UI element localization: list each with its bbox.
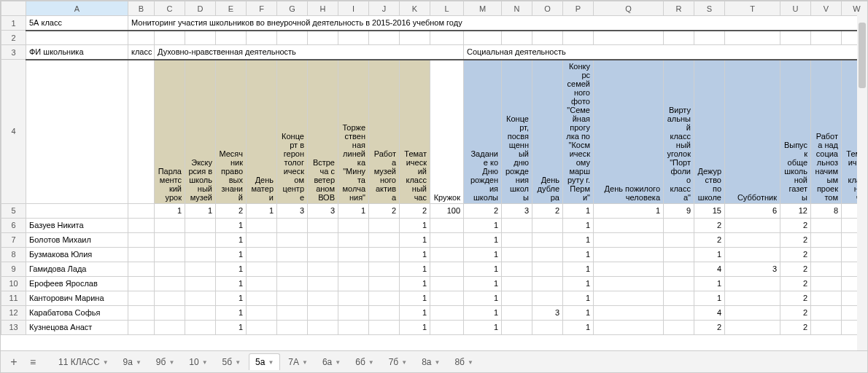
row-header-4[interactable]: 4 bbox=[1, 60, 26, 204]
student-name-11[interactable]: Канторович Марина bbox=[26, 291, 128, 305]
cell-N2[interactable] bbox=[502, 31, 532, 45]
cell-r12-c14[interactable]: 1 bbox=[563, 305, 594, 320]
cell-r9-c19[interactable]: 2 bbox=[780, 262, 811, 276]
cell-r11-c15[interactable] bbox=[594, 291, 664, 305]
activity-header-19[interactable]: Работа над социальнозначимым проектом bbox=[811, 60, 842, 204]
group-header-spiritual[interactable]: Духовно-нравственная деятельность bbox=[155, 45, 464, 60]
cell-B2[interactable] bbox=[128, 31, 155, 45]
cell-r8-c16[interactable] bbox=[664, 247, 694, 262]
cell-r9-c3[interactable]: 1 bbox=[216, 262, 247, 276]
chevron-down-icon[interactable]: ▼ bbox=[368, 359, 374, 366]
activity-header-2[interactable]: Месячник правовых знаний bbox=[216, 60, 247, 204]
sheet-tab-6б[interactable]: 6б▼ bbox=[349, 353, 380, 370]
cell-r12-c1[interactable] bbox=[155, 305, 185, 320]
column-header-J[interactable]: J bbox=[369, 1, 400, 16]
cell-r13-c7[interactable] bbox=[338, 320, 369, 334]
cell-r13-c8[interactable] bbox=[369, 320, 400, 334]
cell-r5-c1[interactable]: 1 bbox=[155, 203, 185, 218]
activity-header-16[interactable]: Дежурство по школе bbox=[694, 60, 725, 204]
cell-r7-c0[interactable] bbox=[128, 232, 155, 247]
cell-r11-c1[interactable] bbox=[155, 291, 185, 305]
cell-r8-c20[interactable] bbox=[811, 247, 842, 262]
sheet-tab-7А[interactable]: 7А▼ bbox=[282, 353, 314, 370]
cell-r8-c18[interactable] bbox=[725, 247, 780, 262]
cell-r13-c20[interactable] bbox=[811, 320, 842, 334]
cell-r12-c7[interactable] bbox=[338, 305, 369, 320]
cell-r6-c8[interactable] bbox=[369, 218, 400, 232]
column-header-T[interactable]: T bbox=[725, 1, 780, 16]
cell-r7-c16[interactable] bbox=[664, 232, 694, 247]
row-header-5[interactable]: 5 bbox=[1, 203, 26, 218]
student-name-12[interactable]: Карабатова Софья bbox=[26, 305, 128, 320]
cell-r7-c2[interactable] bbox=[185, 232, 216, 247]
cell-r8-c5[interactable] bbox=[277, 247, 308, 262]
cell-r6-c17[interactable]: 2 bbox=[694, 218, 725, 232]
cell-r11-c3[interactable]: 1 bbox=[216, 291, 247, 305]
cell-r10-c3[interactable]: 1 bbox=[216, 276, 247, 291]
cell-r6-c10[interactable] bbox=[430, 218, 464, 232]
cell-A1[interactable]: 5А класс bbox=[26, 16, 128, 31]
cell-K2[interactable] bbox=[400, 31, 430, 45]
activity-header-13[interactable]: Конкурс семейного фото "Семейная прогулк… bbox=[563, 60, 594, 204]
cell-r12-c2[interactable] bbox=[185, 305, 216, 320]
column-header-O[interactable]: O bbox=[532, 1, 563, 16]
cell-T2[interactable] bbox=[725, 31, 780, 45]
student-name-10[interactable]: Ерофеев Ярослав bbox=[26, 276, 128, 291]
cell-r6-c3[interactable]: 1 bbox=[216, 218, 247, 232]
cell-r11-c12[interactable] bbox=[502, 291, 532, 305]
cell-r11-c18[interactable] bbox=[725, 291, 780, 305]
cell-r13-c6[interactable] bbox=[308, 320, 338, 334]
activity-header-17[interactable]: Субботник bbox=[725, 60, 780, 204]
column-header-R[interactable]: R bbox=[664, 1, 694, 16]
cell-r13-c11[interactable]: 1 bbox=[464, 320, 502, 334]
cell-r5-c0[interactable] bbox=[128, 203, 155, 218]
cell-E2[interactable] bbox=[216, 31, 247, 45]
cell-r11-c11[interactable]: 1 bbox=[464, 291, 502, 305]
column-header-N[interactable]: N bbox=[502, 1, 532, 16]
column-header-B[interactable]: B bbox=[128, 1, 155, 16]
cell-r7-c14[interactable]: 1 bbox=[563, 232, 594, 247]
student-name-9[interactable]: Гамидова Лада bbox=[26, 262, 128, 276]
activity-header-0[interactable]: Парламентский урок bbox=[155, 60, 185, 204]
cell-r13-c18[interactable] bbox=[725, 320, 780, 334]
cell-Q2[interactable] bbox=[594, 31, 664, 45]
cell-r13-c4[interactable] bbox=[247, 320, 277, 334]
cell-r13-c17[interactable]: 2 bbox=[694, 320, 725, 334]
sheet-tab-7б[interactable]: 7б▼ bbox=[382, 353, 414, 370]
cell-r12-c11[interactable]: 1 bbox=[464, 305, 502, 320]
sheet-tab-9б[interactable]: 9б▼ bbox=[150, 353, 181, 370]
header-student-name[interactable]: ФИ школьника bbox=[26, 45, 128, 60]
cell-r10-c9[interactable]: 1 bbox=[400, 276, 430, 291]
cell-r6-c9[interactable]: 1 bbox=[400, 218, 430, 232]
cell-r9-c8[interactable] bbox=[369, 262, 400, 276]
cell-r7-c9[interactable]: 1 bbox=[400, 232, 430, 247]
cell-r10-c14[interactable]: 1 bbox=[563, 276, 594, 291]
cell-r10-c10[interactable] bbox=[430, 276, 464, 291]
cell-r10-c4[interactable] bbox=[247, 276, 277, 291]
cell-r13-c12[interactable] bbox=[502, 320, 532, 334]
cell-r8-c8[interactable] bbox=[369, 247, 400, 262]
cell-r10-c8[interactable] bbox=[369, 276, 400, 291]
cell-r5-c6[interactable]: 3 bbox=[308, 203, 338, 218]
cell-r9-c14[interactable]: 1 bbox=[563, 262, 594, 276]
cell-r10-c0[interactable] bbox=[128, 276, 155, 291]
activity-header-3[interactable]: День матери bbox=[247, 60, 277, 204]
row-header-10[interactable]: 10 bbox=[1, 276, 26, 291]
cell-r11-c2[interactable] bbox=[185, 291, 216, 305]
cell-r11-c6[interactable] bbox=[308, 291, 338, 305]
vertical-scrollbar[interactable] bbox=[857, 15, 867, 350]
activity-header-11[interactable]: Концерт, посвященный дню рождения школы bbox=[502, 60, 532, 204]
row-header-9[interactable]: 9 bbox=[1, 262, 26, 276]
cell-r12-c20[interactable] bbox=[811, 305, 842, 320]
column-header-S[interactable]: S bbox=[694, 1, 725, 16]
cell-r12-c13[interactable]: 3 bbox=[532, 305, 563, 320]
column-header-Q[interactable]: Q bbox=[594, 1, 664, 16]
cell-r6-c1[interactable] bbox=[155, 218, 185, 232]
cell-r6-c18[interactable] bbox=[725, 218, 780, 232]
cell-r8-c9[interactable]: 1 bbox=[400, 247, 430, 262]
activity-header-5[interactable]: Встреча с ветераном ВОВ bbox=[308, 60, 338, 204]
cell-r12-c16[interactable] bbox=[664, 305, 694, 320]
cell-r12-c8[interactable] bbox=[369, 305, 400, 320]
cell-r13-c0[interactable] bbox=[128, 320, 155, 334]
cell-r11-c19[interactable]: 2 bbox=[780, 291, 811, 305]
